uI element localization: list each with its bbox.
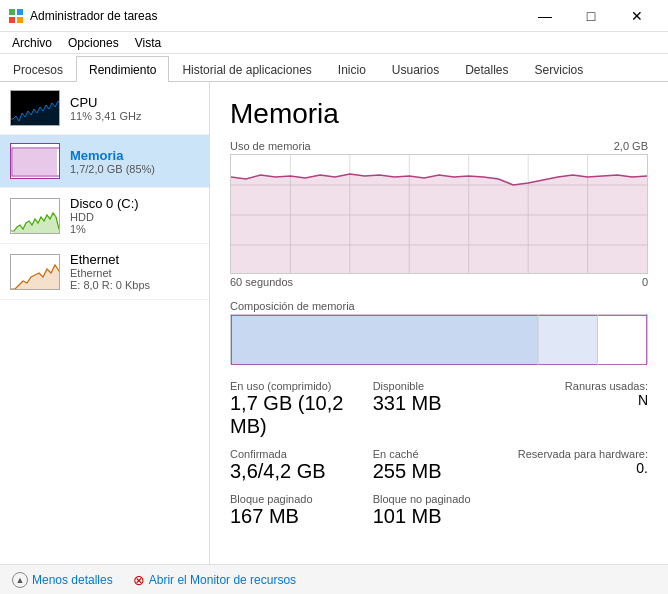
- memory-detail: 1,7/2,0 GB (85%): [70, 163, 199, 175]
- maximize-button[interactable]: □: [568, 0, 614, 32]
- less-details-link[interactable]: ▲ Menos detalles: [12, 572, 113, 588]
- cpu-label: CPU: [70, 95, 199, 110]
- svg-rect-7: [13, 149, 57, 175]
- chart-time-left: 60 segundos: [230, 276, 293, 288]
- tab-inicio[interactable]: Inicio: [325, 56, 379, 82]
- svg-rect-1: [17, 9, 23, 15]
- stat-disponible: Disponible 331 MB: [373, 380, 506, 438]
- tab-historial[interactable]: Historial de aplicaciones: [169, 56, 324, 82]
- composition-section: Composición de memoria: [230, 300, 648, 364]
- chart-time-right: 0: [642, 276, 648, 288]
- tab-detalles[interactable]: Detalles: [452, 56, 521, 82]
- close-button[interactable]: ✕: [614, 0, 660, 32]
- right-panel: Memoria Uso de memoria 2,0 GB: [210, 82, 668, 564]
- ethernet-detail1: Ethernet: [70, 267, 199, 279]
- panel-title: Memoria: [230, 98, 648, 130]
- main-content: CPU 11% 3,41 GHz Memoria 1,7/2,0 GB (85%…: [0, 82, 668, 564]
- composition-label: Composición de memoria: [230, 300, 648, 312]
- tab-procesos[interactable]: Procesos: [0, 56, 76, 82]
- menu-vista[interactable]: Vista: [127, 34, 169, 52]
- minimize-button[interactable]: —: [522, 0, 568, 32]
- bottom-bar: ▲ Menos detalles ⊗ Abrir el Monitor de r…: [0, 564, 668, 594]
- stat-bloque-no-paginado: Bloque no paginado 101 MB: [373, 493, 506, 528]
- svg-rect-3: [17, 17, 23, 23]
- chart-label-left: Uso de memoria: [230, 140, 311, 152]
- stat-en-uso: En uso (comprimido) 1,7 GB (10,2 MB): [230, 380, 363, 438]
- stat-en-cache: En caché 255 MB: [373, 448, 506, 483]
- menu-opciones[interactable]: Opciones: [60, 34, 127, 52]
- menu-bar: Archivo Opciones Vista: [0, 32, 668, 54]
- chart-label-right: 2,0 GB: [614, 140, 648, 152]
- stat-confirmada: Confirmada 3,6/4,2 GB: [230, 448, 363, 483]
- svg-rect-19: [231, 315, 538, 365]
- sidebar-item-ethernet[interactable]: Ethernet Ethernet E: 8,0 R: 0 Kbps: [0, 244, 209, 300]
- tab-rendimiento[interactable]: Rendimiento: [76, 56, 169, 82]
- ethernet-mini-graph: [10, 254, 60, 290]
- monitor-link[interactable]: ⊗ Abrir el Monitor de recursos: [133, 572, 296, 588]
- memory-mini-graph: [10, 143, 60, 179]
- menu-archivo[interactable]: Archivo: [4, 34, 60, 52]
- stats-grid: En uso (comprimido) 1,7 GB (10,2 MB) Dis…: [230, 380, 648, 528]
- cpu-detail: 11% 3,41 GHz: [70, 110, 199, 122]
- disk-mini-graph: [10, 198, 60, 234]
- stat-ranuras: Ranuras usadas: N: [515, 380, 648, 438]
- svg-rect-2: [9, 17, 15, 23]
- svg-rect-20: [538, 315, 597, 365]
- memory-label: Memoria: [70, 148, 199, 163]
- ethernet-detail2: E: 8,0 R: 0 Kbps: [70, 279, 199, 291]
- svg-rect-0: [9, 9, 15, 15]
- chevron-up-icon: ▲: [12, 572, 28, 588]
- cpu-mini-graph: [10, 90, 60, 126]
- window-controls: — □ ✕: [522, 0, 660, 32]
- sidebar: CPU 11% 3,41 GHz Memoria 1,7/2,0 GB (85%…: [0, 82, 210, 564]
- tab-usuarios[interactable]: Usuarios: [379, 56, 452, 82]
- composition-chart: [230, 314, 648, 364]
- app-icon: [8, 8, 24, 24]
- monitor-icon: ⊗: [133, 572, 145, 588]
- stat-reservada: Reservada para hardware: 0.: [515, 448, 648, 483]
- svg-rect-21: [597, 315, 647, 365]
- sidebar-item-memory[interactable]: Memoria 1,7/2,0 GB (85%): [0, 135, 209, 188]
- disk-detail1: HDD: [70, 211, 199, 223]
- sidebar-item-disk[interactable]: Disco 0 (C:) HDD 1%: [0, 188, 209, 244]
- window-title: Administrador de tareas: [30, 9, 522, 23]
- tab-servicios[interactable]: Servicios: [522, 56, 597, 82]
- disk-detail2: 1%: [70, 223, 199, 235]
- disk-label: Disco 0 (C:): [70, 196, 199, 211]
- stat-bloque-paginado: Bloque paginado 167 MB: [230, 493, 363, 528]
- memory-main-chart: [230, 154, 648, 274]
- memory-chart-section: Uso de memoria 2,0 GB: [230, 140, 648, 288]
- tab-bar: Procesos Rendimiento Historial de aplica…: [0, 54, 668, 82]
- ethernet-label: Ethernet: [70, 252, 199, 267]
- title-bar: Administrador de tareas — □ ✕: [0, 0, 668, 32]
- sidebar-item-cpu[interactable]: CPU 11% 3,41 GHz: [0, 82, 209, 135]
